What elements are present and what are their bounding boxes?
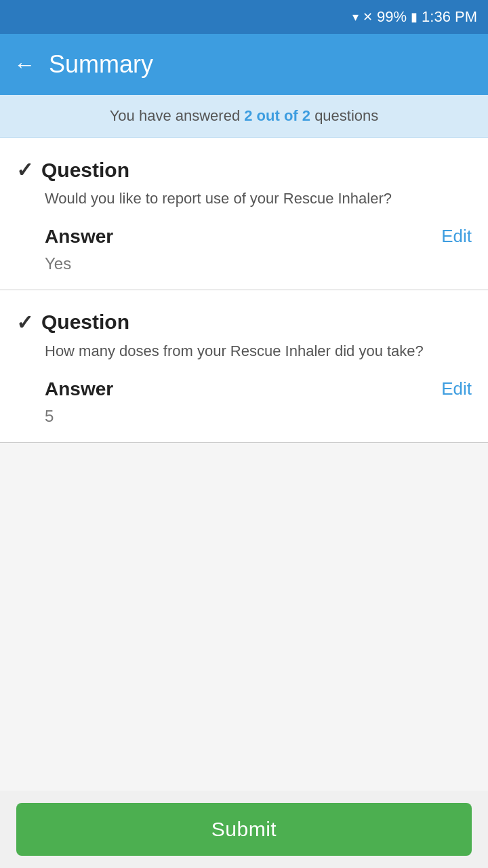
page-title: Summary <box>49 50 153 79</box>
edit-button-2[interactable]: Edit <box>441 378 472 399</box>
answer-label-2: Answer <box>45 378 113 400</box>
content-spacer <box>0 443 488 791</box>
status-bar: ▾ ✕ 99% ▮ 1:36 PM <box>0 0 488 34</box>
answer-row-2: Answer Edit <box>45 378 472 400</box>
banner-highlight: 2 out of 2 <box>244 107 310 124</box>
back-button[interactable]: ← <box>14 52 35 77</box>
question-text-2: How many doses from your Rescue Inhaler … <box>45 341 472 362</box>
question-header-1: ✓ Question <box>16 158 472 182</box>
answer-value-2: 5 <box>45 407 472 426</box>
question-text-1: Would you like to report use of your Res… <box>45 189 472 210</box>
submit-area: Submit <box>0 791 488 868</box>
wifi-icon: ▾ <box>352 9 359 24</box>
question-label-2: Question <box>41 311 129 334</box>
battery-icon: ▮ <box>411 9 418 24</box>
check-icon-1: ✓ <box>16 158 33 182</box>
answer-value-1: Yes <box>45 254 472 273</box>
time-text: 1:36 PM <box>422 8 477 26</box>
question-label-1: Question <box>41 159 129 182</box>
question-header-2: ✓ Question <box>16 311 472 334</box>
battery-text: 99% <box>377 8 407 26</box>
answer-label-1: Answer <box>45 226 113 248</box>
answer-row-1: Answer Edit <box>45 226 472 248</box>
check-icon-2: ✓ <box>16 311 33 334</box>
question-block-2: ✓ Question How many doses from your Resc… <box>0 290 488 442</box>
banner-suffix: questions <box>310 107 378 124</box>
summary-banner: You have answered 2 out of 2 questions <box>0 95 488 138</box>
banner-prefix: You have answered <box>110 107 245 124</box>
status-icons: ▾ ✕ 99% ▮ 1:36 PM <box>352 8 477 26</box>
submit-button[interactable]: Submit <box>16 803 472 856</box>
app-bar: ← Summary <box>0 34 488 95</box>
question-block-1: ✓ Question Would you like to report use … <box>0 138 488 290</box>
signal-icon: ✕ <box>363 9 373 24</box>
back-arrow-icon: ← <box>14 52 35 77</box>
content-area: ✓ Question Would you like to report use … <box>0 138 488 791</box>
edit-button-1[interactable]: Edit <box>441 226 472 247</box>
